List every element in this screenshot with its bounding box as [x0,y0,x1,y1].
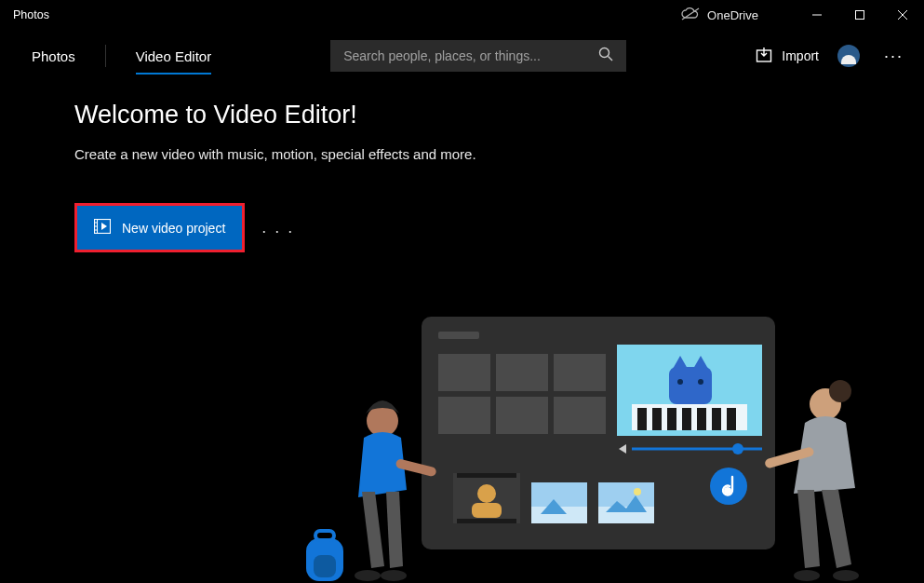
action-row: New video project . . . [74,203,924,252]
page-subhead: Create a new video with music, motion, s… [74,146,924,162]
svg-rect-52 [314,555,336,577]
svg-point-5 [600,48,609,58]
app-title: Photos [13,8,49,21]
svg-point-50 [381,570,407,581]
svg-rect-19 [496,397,548,434]
svg-rect-28 [712,408,721,430]
svg-rect-21 [617,345,762,436]
onedrive-label: OneDrive [707,8,758,22]
svg-point-46 [724,487,731,495]
main-content: Welcome to Video Editor! Create a new vi… [0,82,924,252]
svg-rect-42 [598,482,654,523]
user-avatar[interactable] [837,45,860,67]
svg-point-44 [634,488,641,495]
svg-point-55 [829,380,851,402]
svg-rect-51 [306,538,343,581]
svg-rect-30 [669,367,712,404]
import-button[interactable]: Import [756,47,819,66]
import-icon [756,47,772,66]
close-button[interactable] [881,0,924,30]
toolbar: Photos Video Editor Import ··· [0,30,924,82]
main-tabs: Photos Video Editor [15,30,228,82]
svg-rect-2 [856,11,864,20]
tab-divider [105,45,106,67]
maximize-button[interactable] [838,0,881,30]
svg-rect-48 [395,458,437,477]
svg-rect-23 [637,408,647,430]
search-input[interactable] [343,48,585,63]
svg-point-32 [698,379,703,385]
new-video-project-button[interactable]: New video project [74,203,245,252]
svg-rect-24 [652,408,662,430]
svg-rect-14 [438,332,479,339]
page-headline: Welcome to Video Editor! [74,101,924,129]
svg-rect-40 [531,482,587,523]
svg-rect-25 [667,408,676,430]
svg-rect-56 [764,446,815,468]
svg-point-58 [794,570,820,581]
svg-rect-29 [727,408,736,430]
more-actions-button[interactable]: . . . [261,218,294,237]
svg-rect-37 [457,519,516,523]
svg-rect-27 [697,408,706,430]
search-box[interactable] [330,40,626,72]
welcome-illustration [301,300,896,583]
tab-video-editor[interactable]: Video Editor [119,30,228,82]
new-project-label: New video project [122,221,225,236]
svg-rect-57 [743,473,764,494]
toolbar-more-button[interactable]: ··· [878,43,909,70]
svg-rect-20 [554,397,606,434]
svg-rect-13 [422,317,775,549]
svg-rect-22 [632,404,747,430]
svg-rect-26 [682,408,691,430]
svg-rect-35 [453,473,520,523]
tab-photos[interactable]: Photos [15,30,92,82]
onedrive-status[interactable]: OneDrive [681,7,758,23]
svg-point-49 [355,570,381,581]
svg-rect-17 [554,354,606,391]
svg-point-34 [732,443,743,454]
svg-point-54 [810,388,841,420]
svg-line-6 [609,57,613,61]
svg-rect-41 [531,507,587,523]
svg-rect-36 [457,473,516,478]
svg-point-45 [710,468,747,505]
minimize-button[interactable] [796,0,838,30]
svg-point-47 [367,405,398,437]
import-label: Import [782,48,819,63]
svg-point-38 [477,484,496,503]
svg-rect-53 [315,531,334,540]
cloud-off-icon [681,7,700,23]
svg-rect-15 [438,354,490,391]
film-icon [94,219,111,237]
svg-rect-43 [598,507,654,523]
search-icon [598,47,613,65]
svg-rect-39 [472,503,502,518]
titlebar: Photos OneDrive [0,0,924,30]
svg-rect-18 [438,397,490,434]
svg-point-31 [677,379,683,385]
svg-rect-16 [496,354,548,391]
svg-point-59 [833,570,859,581]
